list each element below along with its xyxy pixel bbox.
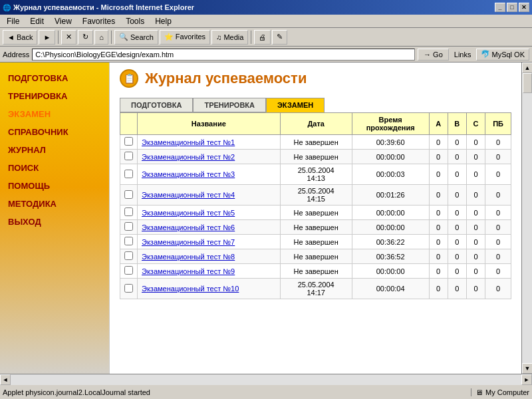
sidebar-item-poisk[interactable]: ПОИСК: [0, 159, 109, 177]
test-link-4[interactable]: Экзаменационный тест №5: [142, 209, 235, 217]
results-table: Название Дата Времяпрохождения А В С ПБ …: [120, 112, 511, 299]
row-checkbox-6[interactable]: [124, 237, 133, 245]
row-c-cell: 0: [466, 150, 485, 164]
row-date-cell: Не завершен: [280, 205, 352, 220]
go-button[interactable]: → Go: [418, 49, 449, 61]
test-link-7[interactable]: Экзаменационный тест №8: [142, 253, 235, 261]
tab-ekzamen[interactable]: ЭКЗАМЕН: [266, 98, 325, 112]
mysql-label: MySql OK: [491, 51, 525, 59]
search-button[interactable]: 🔍 Search: [114, 30, 158, 45]
menu-tools[interactable]: Tools: [120, 15, 150, 27]
edit-button[interactable]: ✎: [272, 30, 287, 45]
sidebar-item-podgotovka[interactable]: ПОДГОТОВКА: [0, 69, 109, 87]
sidebar-item-ekzamen[interactable]: ЭКЗАМЕН: [0, 105, 109, 123]
row-time-cell: 00:00:04: [352, 279, 429, 299]
go-arrow-icon: →: [424, 51, 431, 59]
row-checkbox-5[interactable]: [124, 222, 133, 231]
row-checkbox-8[interactable]: [124, 266, 133, 275]
forward-button[interactable]: ►: [39, 30, 55, 45]
test-link-1[interactable]: Экзаменационный тест №2: [142, 153, 235, 161]
test-link-3[interactable]: Экзаменационный тест №4: [142, 191, 235, 199]
row-checkbox-3[interactable]: [124, 190, 133, 199]
test-link-5[interactable]: Экзаменационный тест №6: [142, 223, 235, 231]
row-name-cell: Экзаменационный тест №9: [138, 264, 281, 279]
scroll-right-button[interactable]: ►: [521, 374, 532, 385]
row-name-cell: Экзаменационный тест №7: [138, 235, 281, 249]
sidebar-item-jurnal[interactable]: ЖУРНАЛ: [0, 141, 109, 159]
scroll-up-button[interactable]: ▲: [522, 63, 532, 73]
row-date-cell: 25.05.200414:13: [280, 164, 352, 185]
row-a-cell: 0: [429, 135, 448, 150]
row-a-cell: 0: [429, 264, 448, 279]
sidebar-item-vyhod[interactable]: ВЫХОД: [0, 213, 109, 231]
sidebar-item-pomosch[interactable]: ПОМОЩЬ: [0, 177, 109, 195]
minimize-button[interactable]: _: [495, 3, 505, 12]
row-b-cell: 0: [448, 205, 466, 220]
row-checkbox-7[interactable]: [124, 251, 133, 260]
address-input[interactable]: [32, 49, 415, 61]
sidebar-item-spravochnik[interactable]: СПРАВОЧНИК: [0, 123, 109, 141]
title-bar: 🌐 Журнал успеваемости - Microsoft Intern…: [0, 0, 532, 15]
media-button[interactable]: ♫ Media: [211, 30, 248, 45]
scroll-left-button[interactable]: ◄: [0, 374, 11, 385]
row-checkbox-0[interactable]: [124, 137, 133, 146]
row-checkbox-9[interactable]: [124, 284, 133, 293]
row-a-cell: 0: [429, 220, 448, 235]
favorites-button[interactable]: ⭐ Favorites: [160, 30, 210, 45]
test-link-0[interactable]: Экзаменационный тест №1: [142, 138, 235, 146]
row-b-cell: 0: [448, 235, 466, 249]
menu-view[interactable]: View: [49, 15, 77, 27]
tabs: ПОДГОТОВКА ТРЕНИРОВКА ЭКЗАМЕН: [120, 98, 511, 112]
home-button[interactable]: ⌂: [94, 30, 108, 45]
close-button[interactable]: ✕: [519, 3, 529, 12]
horizontal-scrollbar: ◄ ►: [0, 374, 532, 384]
mysql-button[interactable]: 🐬 MySql OK: [476, 49, 529, 61]
row-checkbox-cell: [120, 185, 138, 205]
scroll-thumb[interactable]: [523, 73, 532, 93]
row-checkbox-cell: [120, 264, 138, 279]
separator2: [111, 31, 112, 44]
test-link-9[interactable]: Экзаменационный тест №10: [142, 285, 239, 293]
row-c-cell: 0: [466, 205, 485, 220]
menu-help[interactable]: Help: [150, 15, 177, 27]
tab-trenirovka[interactable]: ТРЕНИРОВКА: [193, 98, 266, 112]
table-row: Экзаменационный тест №8 Не завершен 00:3…: [120, 249, 511, 264]
row-pb-cell: 0: [485, 249, 511, 264]
row-a-cell: 0: [429, 279, 448, 299]
go-label: Go: [433, 51, 443, 59]
scroll-down-button[interactable]: ▼: [522, 363, 532, 374]
col-date: Дата: [280, 113, 352, 135]
test-link-6[interactable]: Экзаменационный тест №7: [142, 238, 235, 246]
maximize-button[interactable]: □: [507, 3, 517, 12]
row-a-cell: 0: [429, 150, 448, 164]
search-icon: 🔍: [119, 33, 128, 41]
row-checkbox-1[interactable]: [124, 152, 133, 160]
separator1: [58, 31, 59, 44]
test-link-8[interactable]: Экзаменационный тест №9: [142, 267, 235, 275]
row-pb-cell: 0: [485, 205, 511, 220]
stop-button[interactable]: ✕: [61, 30, 76, 45]
table-row: Экзаменационный тест №6 Не завершен 00:0…: [120, 220, 511, 235]
links-button[interactable]: Links: [452, 51, 474, 59]
table-row: Экзаменационный тест №2 Не завершен 00:0…: [120, 150, 511, 164]
tab-podgotovka[interactable]: ПОДГОТОВКА: [120, 98, 193, 112]
row-checkbox-2[interactable]: [124, 170, 133, 178]
separator3: [251, 31, 251, 44]
refresh-button[interactable]: ↻: [78, 30, 93, 45]
sidebar-item-trenirovka[interactable]: ТРЕНИРОВКА: [0, 87, 109, 105]
sidebar-item-metodika[interactable]: МЕТОДИКА: [0, 195, 109, 213]
row-checkbox-4[interactable]: [124, 207, 133, 216]
col-checkbox: [120, 113, 138, 135]
row-time-cell: 00:01:26: [352, 185, 429, 205]
back-button[interactable]: ◄ Back: [3, 30, 37, 45]
page-title-area: 📋 Журнал успеваемости: [120, 69, 511, 88]
test-link-2[interactable]: Экзаменационный тест №3: [142, 170, 235, 178]
row-date-cell: Не завершен: [280, 249, 352, 264]
menu-file[interactable]: File: [1, 15, 25, 27]
row-c-cell: 0: [466, 249, 485, 264]
menu-edit[interactable]: Edit: [25, 15, 49, 27]
window-title: Журнал успеваемости - Microsoft Internet…: [13, 3, 194, 11]
menu-favorites[interactable]: Favorites: [77, 15, 120, 27]
print-button[interactable]: 🖨: [254, 30, 271, 45]
row-pb-cell: 0: [485, 135, 511, 150]
